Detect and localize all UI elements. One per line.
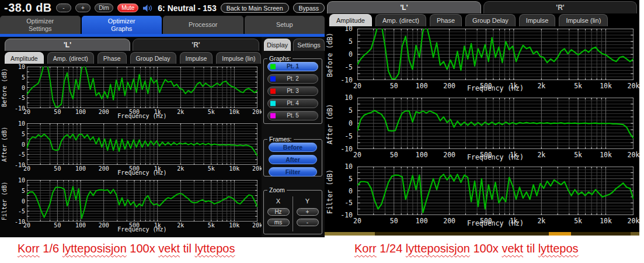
x-tick-label: 5k [208, 165, 215, 172]
frame-toggle-filter[interactable]: Filter [269, 167, 317, 177]
graph-tab-impulse[interactable]: Impulse [519, 14, 556, 26]
x-tick-label: 20k [628, 151, 639, 159]
point-toggle-pt-4[interactable]: Pt. 4 [267, 99, 318, 108]
x-tick-label: 20 [23, 222, 30, 229]
point-toggle-pt-5[interactable]: Pt. 5 [267, 111, 318, 120]
x-tick-label: 20 [23, 165, 30, 172]
y-axis-label: Filter (dB) [0, 179, 9, 223]
graph-tab-phase[interactable]: Phase [98, 52, 127, 64]
window-bottom-strip [325, 232, 639, 236]
tab-optimizer-graphs[interactable]: OptimizerGraphs [82, 16, 162, 34]
y-axis-ticks: 1050-5-10 [335, 98, 354, 149]
x-tick-label: 10k [229, 109, 239, 115]
graphs-group-title: Graphs: [267, 55, 293, 62]
mute-button[interactable]: Mute [117, 4, 138, 12]
x-axis-ticks: 20501002005001k2k5k10k20k [357, 151, 633, 158]
x-tick-label: 50 [54, 109, 61, 115]
y-tick-label: -10 [340, 76, 353, 84]
x-tick-label: 2k [537, 217, 545, 225]
channel-tab-l[interactable]: 'L' [327, 1, 481, 13]
dim-button[interactable]: Dim [95, 4, 113, 12]
graph-tab-impulse-lin[interactable]: Impulse (lin) [216, 52, 261, 64]
point-toggle-pt-2[interactable]: Pt. 2 [267, 74, 318, 84]
x-tick-label: 500 [129, 165, 140, 172]
y-tick-label: -5 [18, 208, 25, 214]
sidebar-tab-settings[interactable]: Settings [293, 39, 325, 51]
after-graph: After (dB)1050-5-10Frequency (Hz)2050100… [325, 96, 639, 165]
caption-right: Korr 1/24 lytteposisjon 100x vekt til ly… [354, 242, 579, 255]
back-to-main-screen-button[interactable]: Back to Main Screen [221, 3, 289, 13]
point-label: Pt. 4 [268, 101, 318, 106]
graph-tab-amp-direct[interactable]: Amp. (direct) [47, 52, 94, 64]
zoom-y-out-button[interactable]: - [297, 219, 319, 226]
frames-group: Frames: BeforeAfterFilter [263, 139, 322, 177]
point-toggle-pt-3[interactable]: Pt. 3 [267, 86, 318, 96]
tab-label-line: Processor [189, 21, 218, 29]
frame-toggle-before[interactable]: Before [269, 143, 317, 152]
y-tick-label: -5 [344, 63, 353, 71]
sidebar-tab-display[interactable]: Display [264, 39, 291, 51]
x-tick-label: 50 [54, 165, 61, 172]
zoom-x-hz-button[interactable]: Hz [267, 208, 290, 216]
zoom-x-ms-button[interactable]: ms [267, 219, 290, 226]
volume-down-button[interactable]: - [56, 4, 71, 12]
x-tick-label: 100 [416, 151, 428, 159]
tab-optimizer-settings[interactable]: OptimizerSettings [0, 16, 81, 34]
y-axis-label: Before (dB) [0, 65, 9, 109]
channel-tab-r[interactable]: 'R' [483, 1, 637, 13]
y-tick-label: 0 [22, 198, 25, 204]
x-tick-label: 50 [390, 151, 398, 159]
tab-label-line: Optimizer [108, 18, 135, 25]
graph-tab-group-delay[interactable]: Group Delay [130, 52, 176, 64]
tab-setup[interactable]: Setup [245, 16, 325, 34]
point-toggle-pt-1[interactable]: Pt. 1 [267, 62, 318, 71]
caption-word: til [180, 242, 195, 255]
zoom-y-in-button[interactable]: + [297, 208, 319, 216]
point-label: Pt. 2 [268, 76, 318, 82]
graph-tab-group-delay[interactable]: Group Delay [465, 14, 516, 26]
point-label: Pt. 1 [268, 64, 318, 70]
caption-word: 100x [470, 242, 502, 255]
after-graph: After (dB)1050-5-10Frequency (Hz)2050100… [0, 122, 262, 179]
graph-tab-amplitude[interactable]: Amplitude [5, 52, 44, 64]
channel-tab-r[interactable]: 'R' [133, 39, 259, 51]
tab-processor[interactable]: Processor [163, 16, 243, 34]
y-tick-label: 0 [349, 50, 353, 58]
frequency-response-trace [357, 174, 633, 213]
y-tick-label: 10 [344, 162, 353, 171]
x-axis-ticks: 20501002005001k2k5k10k20k [27, 222, 257, 230]
x-tick-label: 10k [229, 222, 239, 229]
graph-type-tab-bar: AmplitudeAmp. (direct)PhaseGroup DelayIm… [5, 52, 261, 64]
graph-tab-amp-direct[interactable]: Amp. (direct) [375, 14, 426, 26]
bypass-button[interactable]: Bypass [293, 3, 325, 13]
graphs-page: 'L''R' AmplitudeAmp. (direct)PhaseGroup … [0, 37, 325, 237]
frequency-response-trace [27, 134, 257, 156]
y-axis-ticks: 1050-5-10 [9, 123, 26, 165]
caption-word: Korr [18, 242, 40, 255]
volume-up-button[interactable]: + [75, 4, 90, 12]
tab-label-line: Optimizer [26, 18, 54, 25]
x-tick-label: 100 [75, 222, 86, 229]
y-tick-label: 10 [344, 25, 353, 33]
y-tick-label: -5 [344, 132, 353, 140]
y-axis-ticks: 1050-5-10 [9, 67, 26, 108]
y-tick-label: 10 [18, 177, 25, 184]
x-tick-label: 200 [99, 222, 109, 229]
tab-label-line: Settings [29, 25, 52, 33]
x-tick-label: 500 [129, 109, 140, 115]
caption-word: til [523, 242, 538, 255]
plot-area [357, 167, 633, 215]
channel-tab-l[interactable]: 'L' [5, 39, 130, 51]
x-tick-label: 20 [353, 151, 361, 159]
before-graph: Before (dB)1050-5-10Frequency (Hz)205010… [0, 65, 262, 122]
frame-toggle-after[interactable]: After [269, 155, 317, 164]
y-axis-ticks: 1050-5-10 [335, 29, 354, 80]
x-tick-label: 200 [99, 165, 109, 172]
graph-tab-phase[interactable]: Phase [430, 14, 462, 26]
y-tick-label: -10 [340, 211, 353, 219]
x-tick-label: 50 [390, 82, 398, 90]
graph-tab-impulse-lin[interactable]: Impulse (lin) [559, 14, 608, 26]
y-axis-label: Filter (dB) [325, 165, 335, 218]
x-tick-label: 50 [390, 217, 398, 225]
graph-tab-impulse[interactable]: Impulse [180, 52, 213, 64]
